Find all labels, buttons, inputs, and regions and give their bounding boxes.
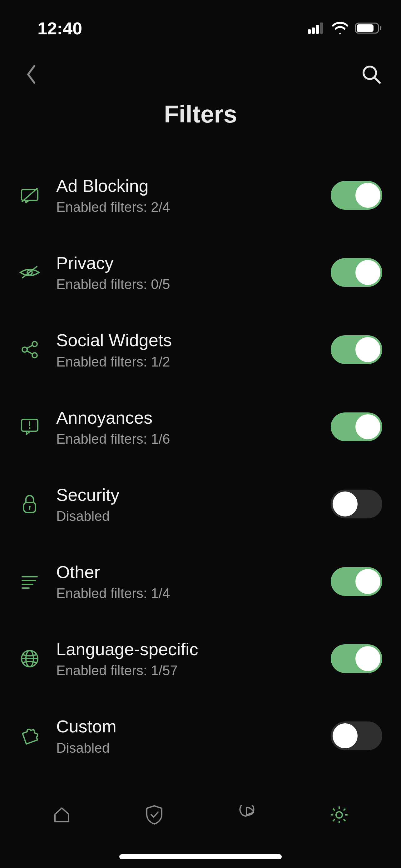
tab-protection[interactable]: [142, 802, 167, 827]
toggle-privacy[interactable]: [331, 258, 382, 287]
filter-subtitle: Enabled filters: 1/57: [56, 663, 331, 678]
filter-row-language-specific[interactable]: Language-specific Enabled filters: 1/57: [15, 629, 386, 688]
status-time: 12:40: [37, 18, 82, 38]
tab-home[interactable]: [49, 802, 74, 827]
filter-subtitle: Enabled filters: 1/4: [56, 586, 331, 601]
nav-bar: [0, 44, 401, 94]
svg-line-16: [27, 345, 32, 348]
filter-title: Annoyances: [56, 407, 331, 428]
svg-line-8: [375, 78, 380, 83]
filter-title: Security: [56, 484, 331, 505]
toggle-other[interactable]: [331, 567, 382, 596]
filter-row-ad-blocking[interactable]: Ad Blocking Enabled filters: 2/4: [15, 166, 386, 224]
share-icon: [19, 339, 41, 361]
filter-title: Social Widgets: [56, 330, 331, 350]
svg-line-17: [27, 351, 32, 354]
tab-settings[interactable]: [327, 802, 352, 827]
svg-point-13: [22, 347, 27, 352]
home-indicator[interactable]: [119, 854, 282, 859]
battery-icon: [355, 22, 382, 34]
filter-list: Ad Blocking Enabled filters: 2/4 Privacy…: [0, 166, 401, 765]
filter-subtitle: Disabled: [56, 740, 331, 756]
lock-icon: [19, 493, 41, 515]
svg-rect-0: [308, 29, 311, 34]
gear-icon: [329, 805, 349, 825]
toggle-custom[interactable]: [331, 721, 382, 750]
status-icons: [308, 22, 382, 34]
status-bar: 12:40: [0, 0, 401, 44]
filter-title: Language-specific: [56, 639, 331, 660]
filter-row-social-widgets[interactable]: Social Widgets Enabled filters: 1/2: [15, 320, 386, 379]
svg-point-14: [32, 342, 37, 346]
privacy-icon: [19, 261, 41, 283]
filter-title: Custom: [56, 716, 331, 737]
puzzle-icon: [19, 725, 41, 747]
back-button[interactable]: [25, 63, 38, 87]
svg-point-15: [32, 353, 37, 358]
filter-subtitle: Enabled filters: 2/4: [56, 199, 331, 215]
toggle-social-widgets[interactable]: [331, 335, 382, 364]
svg-point-31: [336, 812, 342, 818]
page-title: Filters: [0, 100, 401, 128]
annoyance-icon: [19, 416, 41, 438]
home-icon: [52, 805, 72, 825]
search-button[interactable]: [360, 63, 382, 87]
filter-row-privacy[interactable]: Privacy Enabled filters: 0/5: [15, 243, 386, 302]
chart-icon: [237, 805, 257, 825]
filter-row-annoyances[interactable]: Annoyances Enabled filters: 1/6: [15, 398, 386, 456]
globe-icon: [19, 648, 41, 670]
toggle-language-specific[interactable]: [331, 644, 382, 673]
svg-line-10: [22, 188, 37, 202]
svg-rect-1: [312, 28, 315, 34]
filter-subtitle: Disabled: [56, 508, 331, 524]
shield-icon: [144, 804, 164, 826]
list-icon: [19, 570, 41, 592]
filter-title: Ad Blocking: [56, 175, 331, 196]
filter-subtitle: Enabled filters: 1/2: [56, 354, 331, 370]
tab-bar: [0, 793, 401, 868]
svg-rect-2: [316, 25, 319, 34]
svg-rect-5: [357, 24, 373, 32]
svg-rect-3: [320, 23, 323, 34]
cellular-icon: [308, 23, 326, 34]
wifi-icon: [332, 22, 348, 34]
toggle-annoyances[interactable]: [331, 412, 382, 441]
page-title-wrap: Filters: [0, 100, 401, 128]
filter-row-other[interactable]: Other Enabled filters: 1/4: [15, 552, 386, 611]
filter-row-custom[interactable]: Custom Disabled: [15, 707, 386, 765]
toggle-ad-blocking[interactable]: [331, 181, 382, 210]
ad-block-icon: [19, 184, 41, 206]
filter-subtitle: Enabled filters: 0/5: [56, 277, 331, 292]
filter-title: Privacy: [56, 252, 331, 273]
filter-row-security[interactable]: Security Disabled: [15, 475, 386, 533]
filter-subtitle: Enabled filters: 1/6: [56, 431, 331, 447]
toggle-security[interactable]: [331, 490, 382, 518]
svg-point-20: [29, 428, 31, 429]
tab-stats[interactable]: [234, 802, 259, 827]
filter-title: Other: [56, 561, 331, 582]
svg-rect-6: [380, 26, 381, 30]
